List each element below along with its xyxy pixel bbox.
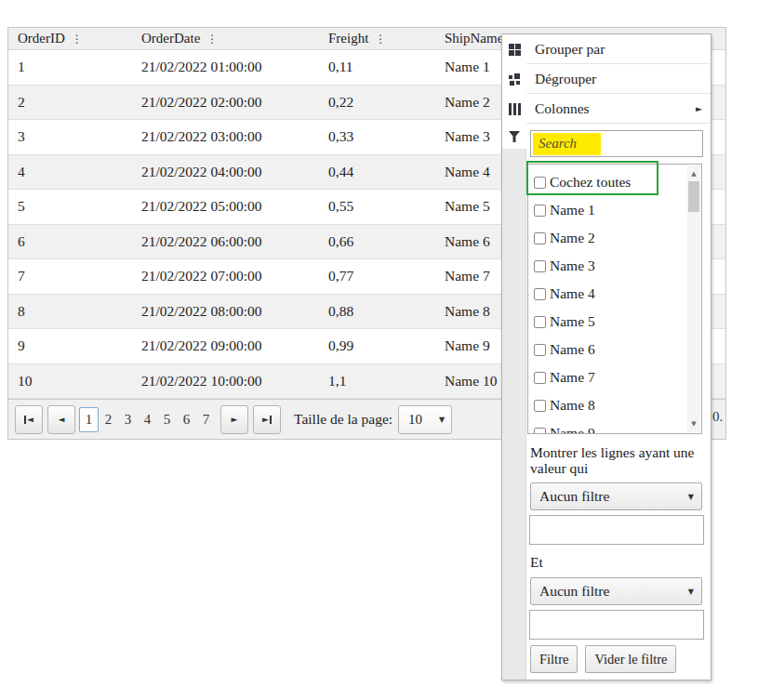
checkbox-icon[interactable] <box>534 232 546 244</box>
column-title: OrderID <box>18 31 65 46</box>
menu-item-group-by[interactable]: Grouper par <box>502 34 711 64</box>
page-size-value: 10 <box>408 412 439 428</box>
filter-menu-section: Cochez toutes Name 1 Name 2 Name 3 Name … <box>502 124 711 680</box>
checkbox-icon[interactable] <box>534 177 546 189</box>
cell-orderdate: 21/02/2022 05:00:00 <box>132 190 319 224</box>
cell-freight: 0,11 <box>319 50 435 85</box>
column-menu-icon[interactable]: ⋮ <box>206 34 218 44</box>
previous-page-button[interactable]: ◄ <box>47 405 75 434</box>
list-item[interactable]: Name 3 <box>534 252 685 280</box>
cell-freight: 0,99 <box>319 329 435 363</box>
list-item[interactable]: Name 2 <box>534 224 685 252</box>
cell-freight: 0,33 <box>319 120 435 154</box>
checkbox-icon[interactable] <box>534 260 546 272</box>
chevron-down-icon: ▼ <box>439 416 445 424</box>
filter-operator1-select[interactable]: Aucun filtre ▼ <box>530 482 702 510</box>
list-item[interactable]: Name 7 <box>534 363 685 391</box>
filter-operator2-value: Aucun filtre <box>539 583 688 600</box>
first-page-button[interactable]: ◄ <box>15 405 43 434</box>
checkbox-icon[interactable] <box>534 372 546 384</box>
list-item[interactable]: Name 6 <box>534 336 685 363</box>
list-item-label: Name 6 <box>550 341 595 358</box>
list-item[interactable]: Name 8 <box>534 391 685 419</box>
menu-icon-gutter <box>502 124 526 680</box>
page-number[interactable]: 2 <box>99 412 118 428</box>
page-number[interactable]: 4 <box>138 412 157 428</box>
previous-page-icon: ◄ <box>59 416 65 424</box>
list-item[interactable]: Name 1 <box>534 196 685 224</box>
page-number-current[interactable]: 1 <box>79 407 99 432</box>
column-title: OrderDate <box>141 31 200 46</box>
page-number[interactable]: 6 <box>177 412 196 428</box>
filter-operator2-select[interactable]: Aucun filtre ▼ <box>530 577 702 605</box>
cell-orderdate: 21/02/2022 09:00:00 <box>132 329 319 363</box>
filter-icon <box>502 124 526 149</box>
filter-rows-label: Montrer les lignes ayant une valeur qui <box>530 444 709 476</box>
page-size-label: Taille de la page: <box>294 411 392 428</box>
last-page-button[interactable]: ► <box>253 405 281 434</box>
filter-value2-input[interactable] <box>529 610 704 640</box>
cell-orderid: 8 <box>8 295 132 329</box>
column-title: Freight <box>328 31 368 46</box>
page-number[interactable]: 3 <box>118 412 138 428</box>
clear-filter-button[interactable]: Vider le filtre <box>585 645 676 673</box>
cell-orderdate: 21/02/2022 10:00:00 <box>132 364 319 399</box>
column-header-orderdate[interactable]: OrderDate ⋮ <box>132 28 319 49</box>
page-number[interactable]: 7 <box>196 412 216 428</box>
column-header-freight[interactable]: Freight ⋮ <box>319 28 435 49</box>
cell-orderid: 5 <box>8 190 132 224</box>
filter-button[interactable]: Filtre <box>530 645 578 673</box>
filter-buttons-row: Filtre Vider le filtre <box>530 645 676 673</box>
checkbox-icon[interactable] <box>534 316 546 328</box>
cell-freight: 0,44 <box>319 155 435 190</box>
menu-item-columns[interactable]: Colonnes ► <box>502 94 711 124</box>
column-menu-icon[interactable]: ⋮ <box>72 34 83 44</box>
cell-orderdate: 21/02/2022 06:00:00 <box>132 225 319 259</box>
scroll-up-icon[interactable]: ▲ <box>687 167 700 180</box>
cell-orderid: 3 <box>8 120 132 154</box>
checkbox-icon[interactable] <box>534 344 546 356</box>
and-label: Et <box>530 554 543 571</box>
check-all-item[interactable]: Cochez toutes <box>534 168 685 196</box>
scroll-down-icon[interactable]: ▼ <box>687 417 700 430</box>
checkbox-icon[interactable] <box>534 288 546 300</box>
checkbox-icon[interactable] <box>534 400 546 412</box>
column-title: ShipName <box>445 31 503 46</box>
last-page-icon: ► <box>262 416 269 424</box>
column-header-orderid[interactable]: OrderID ⋮ <box>8 28 132 49</box>
next-page-button[interactable]: ► <box>220 405 248 434</box>
cell-orderdate: 21/02/2022 01:00:00 <box>132 50 319 85</box>
list-item-label: Name 4 <box>550 285 595 302</box>
list-item-label: Name 3 <box>550 258 595 274</box>
filter-value1-input[interactable] <box>529 515 704 545</box>
group-by-icon <box>502 34 526 64</box>
cell-orderdate: 21/02/2022 04:00:00 <box>132 155 319 190</box>
column-menu-icon[interactable]: ⋮ <box>375 34 386 44</box>
list-scrollbar[interactable]: ▲ ▼ <box>687 165 700 432</box>
cell-orderid: 4 <box>8 155 132 190</box>
list-item[interactable]: Name 4 <box>534 280 685 308</box>
chevron-down-icon: ▼ <box>688 493 694 501</box>
first-page-bar <box>24 416 26 424</box>
page-number[interactable]: 5 <box>157 412 177 428</box>
cell-orderid: 9 <box>8 329 132 363</box>
column-context-menu: Grouper par Dégrouper Colonnes ► <box>501 33 711 680</box>
cell-orderdate: 21/02/2022 08:00:00 <box>132 295 319 329</box>
list-item[interactable]: Name 5 <box>534 308 685 336</box>
checkbox-icon[interactable] <box>534 428 546 435</box>
ungroup-icon <box>502 64 526 94</box>
list-item-label: Name 5 <box>550 313 595 330</box>
checkbox-icon[interactable] <box>534 205 546 217</box>
menu-item-ungroup[interactable]: Dégrouper <box>502 64 711 94</box>
columns-icon <box>502 94 526 124</box>
list-item[interactable]: Name 9 <box>534 419 685 434</box>
cell-orderid: 2 <box>8 86 132 120</box>
check-all-label: Cochez toutes <box>550 174 631 191</box>
cell-freight: 0,55 <box>319 190 435 224</box>
first-page-icon: ◄ <box>27 416 33 424</box>
scrollbar-thumb[interactable] <box>688 181 699 212</box>
search-input[interactable] <box>531 131 702 156</box>
filter-operator1-value: Aucun filtre <box>539 488 688 505</box>
page-size-select[interactable]: 10 ▼ <box>398 405 452 434</box>
cell-orderdate: 21/02/2022 07:00:00 <box>132 259 319 294</box>
